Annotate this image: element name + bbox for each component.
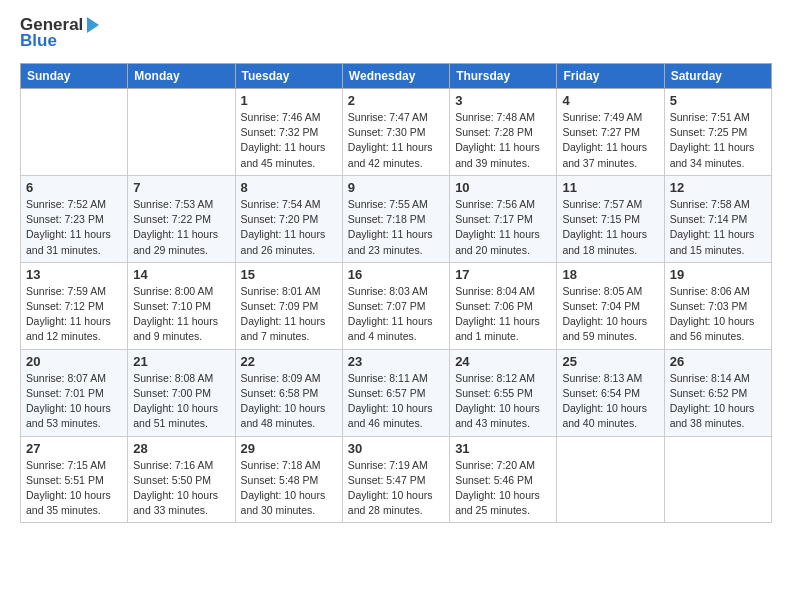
day-info-text: Sunset: 7:17 PM xyxy=(455,212,551,227)
day-info-text: Daylight: 11 hours and 37 minutes. xyxy=(562,140,658,170)
day-cell: 17Sunrise: 8:04 AMSunset: 7:06 PMDayligh… xyxy=(450,262,557,349)
day-cell: 30Sunrise: 7:19 AMSunset: 5:47 PMDayligh… xyxy=(342,436,449,523)
day-info-text: Sunrise: 7:56 AM xyxy=(455,197,551,212)
day-info-text: Sunrise: 8:09 AM xyxy=(241,371,337,386)
day-cell: 14Sunrise: 8:00 AMSunset: 7:10 PMDayligh… xyxy=(128,262,235,349)
day-cell: 23Sunrise: 8:11 AMSunset: 6:57 PMDayligh… xyxy=(342,349,449,436)
day-info-text: Daylight: 10 hours and 25 minutes. xyxy=(455,488,551,518)
week-row-4: 20Sunrise: 8:07 AMSunset: 7:01 PMDayligh… xyxy=(21,349,772,436)
day-info-text: Sunset: 6:58 PM xyxy=(241,386,337,401)
day-info-text: Sunset: 7:15 PM xyxy=(562,212,658,227)
day-cell xyxy=(128,89,235,176)
day-cell: 3Sunrise: 7:48 AMSunset: 7:28 PMDaylight… xyxy=(450,89,557,176)
day-info-text: Daylight: 11 hours and 39 minutes. xyxy=(455,140,551,170)
day-cell: 12Sunrise: 7:58 AMSunset: 7:14 PMDayligh… xyxy=(664,175,771,262)
day-number: 14 xyxy=(133,267,229,282)
week-row-5: 27Sunrise: 7:15 AMSunset: 5:51 PMDayligh… xyxy=(21,436,772,523)
week-row-3: 13Sunrise: 7:59 AMSunset: 7:12 PMDayligh… xyxy=(21,262,772,349)
day-cell: 24Sunrise: 8:12 AMSunset: 6:55 PMDayligh… xyxy=(450,349,557,436)
page-header: General Blue xyxy=(20,15,772,51)
header-row: SundayMondayTuesdayWednesdayThursdayFrid… xyxy=(21,64,772,89)
day-number: 8 xyxy=(241,180,337,195)
day-number: 24 xyxy=(455,354,551,369)
day-info-text: Daylight: 11 hours and 20 minutes. xyxy=(455,227,551,257)
day-info-text: Daylight: 11 hours and 4 minutes. xyxy=(348,314,444,344)
day-number: 7 xyxy=(133,180,229,195)
day-number: 2 xyxy=(348,93,444,108)
day-number: 27 xyxy=(26,441,122,456)
day-info-text: Sunrise: 8:13 AM xyxy=(562,371,658,386)
day-number: 21 xyxy=(133,354,229,369)
logo-arrow-icon xyxy=(83,15,103,35)
svg-marker-0 xyxy=(87,17,99,33)
day-info-text: Sunset: 7:03 PM xyxy=(670,299,766,314)
day-info-text: Sunset: 5:48 PM xyxy=(241,473,337,488)
day-info-text: Sunrise: 7:19 AM xyxy=(348,458,444,473)
day-info-text: Sunrise: 8:06 AM xyxy=(670,284,766,299)
day-cell xyxy=(21,89,128,176)
day-info-text: Sunset: 5:51 PM xyxy=(26,473,122,488)
day-number: 17 xyxy=(455,267,551,282)
day-number: 30 xyxy=(348,441,444,456)
day-info-text: Sunrise: 8:07 AM xyxy=(26,371,122,386)
day-info-text: Daylight: 10 hours and 53 minutes. xyxy=(26,401,122,431)
day-info-text: Sunrise: 7:52 AM xyxy=(26,197,122,212)
col-header-monday: Monday xyxy=(128,64,235,89)
day-number: 18 xyxy=(562,267,658,282)
day-cell: 31Sunrise: 7:20 AMSunset: 5:46 PMDayligh… xyxy=(450,436,557,523)
col-header-wednesday: Wednesday xyxy=(342,64,449,89)
week-row-2: 6Sunrise: 7:52 AMSunset: 7:23 PMDaylight… xyxy=(21,175,772,262)
day-info-text: Daylight: 11 hours and 9 minutes. xyxy=(133,314,229,344)
day-info-text: Sunset: 6:54 PM xyxy=(562,386,658,401)
day-info-text: Daylight: 10 hours and 28 minutes. xyxy=(348,488,444,518)
day-info-text: Sunrise: 7:47 AM xyxy=(348,110,444,125)
day-cell: 27Sunrise: 7:15 AMSunset: 5:51 PMDayligh… xyxy=(21,436,128,523)
day-info-text: Sunrise: 7:20 AM xyxy=(455,458,551,473)
day-info-text: Sunrise: 8:08 AM xyxy=(133,371,229,386)
day-cell: 15Sunrise: 8:01 AMSunset: 7:09 PMDayligh… xyxy=(235,262,342,349)
day-info-text: Sunrise: 8:05 AM xyxy=(562,284,658,299)
day-number: 13 xyxy=(26,267,122,282)
day-info-text: Sunrise: 8:12 AM xyxy=(455,371,551,386)
day-info-text: Sunset: 7:27 PM xyxy=(562,125,658,140)
day-info-text: Daylight: 10 hours and 40 minutes. xyxy=(562,401,658,431)
day-number: 16 xyxy=(348,267,444,282)
day-info-text: Sunset: 7:00 PM xyxy=(133,386,229,401)
day-info-text: Daylight: 11 hours and 18 minutes. xyxy=(562,227,658,257)
day-info-text: Sunrise: 8:04 AM xyxy=(455,284,551,299)
day-cell: 22Sunrise: 8:09 AMSunset: 6:58 PMDayligh… xyxy=(235,349,342,436)
calendar-table: SundayMondayTuesdayWednesdayThursdayFrid… xyxy=(20,63,772,523)
day-info-text: Sunset: 7:06 PM xyxy=(455,299,551,314)
day-info-text: Sunrise: 7:54 AM xyxy=(241,197,337,212)
day-info-text: Sunrise: 7:51 AM xyxy=(670,110,766,125)
day-info-text: Daylight: 11 hours and 34 minutes. xyxy=(670,140,766,170)
day-info-text: Sunrise: 7:55 AM xyxy=(348,197,444,212)
day-info-text: Sunrise: 8:03 AM xyxy=(348,284,444,299)
day-info-text: Sunrise: 7:48 AM xyxy=(455,110,551,125)
day-number: 20 xyxy=(26,354,122,369)
day-cell: 25Sunrise: 8:13 AMSunset: 6:54 PMDayligh… xyxy=(557,349,664,436)
day-cell: 2Sunrise: 7:47 AMSunset: 7:30 PMDaylight… xyxy=(342,89,449,176)
day-cell: 21Sunrise: 8:08 AMSunset: 7:00 PMDayligh… xyxy=(128,349,235,436)
day-info-text: Sunset: 7:23 PM xyxy=(26,212,122,227)
day-number: 23 xyxy=(348,354,444,369)
day-cell: 16Sunrise: 8:03 AMSunset: 7:07 PMDayligh… xyxy=(342,262,449,349)
day-number: 9 xyxy=(348,180,444,195)
col-header-friday: Friday xyxy=(557,64,664,89)
day-info-text: Sunset: 7:07 PM xyxy=(348,299,444,314)
col-header-thursday: Thursday xyxy=(450,64,557,89)
day-info-text: Sunset: 7:09 PM xyxy=(241,299,337,314)
day-number: 28 xyxy=(133,441,229,456)
day-info-text: Sunset: 7:30 PM xyxy=(348,125,444,140)
day-cell: 8Sunrise: 7:54 AMSunset: 7:20 PMDaylight… xyxy=(235,175,342,262)
day-cell: 20Sunrise: 8:07 AMSunset: 7:01 PMDayligh… xyxy=(21,349,128,436)
day-info-text: Sunrise: 7:57 AM xyxy=(562,197,658,212)
day-number: 29 xyxy=(241,441,337,456)
day-info-text: Sunset: 5:50 PM xyxy=(133,473,229,488)
day-info-text: Daylight: 10 hours and 56 minutes. xyxy=(670,314,766,344)
day-info-text: Sunset: 6:55 PM xyxy=(455,386,551,401)
day-number: 22 xyxy=(241,354,337,369)
day-cell: 7Sunrise: 7:53 AMSunset: 7:22 PMDaylight… xyxy=(128,175,235,262)
day-info-text: Sunset: 7:25 PM xyxy=(670,125,766,140)
day-info-text: Sunset: 7:32 PM xyxy=(241,125,337,140)
